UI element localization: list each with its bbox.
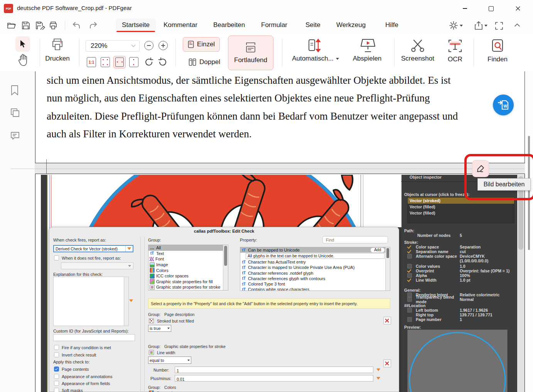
- group-item[interactable]: Font: [148, 256, 228, 262]
- object-item-selected[interactable]: Vector (stroked): [408, 198, 514, 204]
- orange-check-icon[interactable]: [407, 278, 412, 282]
- fire-any-checkbox[interactable]: [54, 345, 59, 350]
- rotate-ccw-button[interactable]: [158, 57, 168, 69]
- thumbnails-panel-button[interactable]: [10, 108, 20, 120]
- group-item-selected[interactable]: … All: [148, 245, 228, 251]
- cond1-remove-button[interactable]: [383, 317, 391, 324]
- zoom-out-button[interactable]: [144, 41, 153, 50]
- collapse-ribbon-button[interactable]: [514, 22, 521, 29]
- group-list-scrollbar[interactable]: [223, 245, 228, 290]
- select-tool-button[interactable]: [15, 36, 30, 52]
- not-fire-combo[interactable]: [61, 262, 133, 269]
- find-input[interactable]: [322, 236, 388, 243]
- soft-masks-checkbox[interactable]: [54, 388, 59, 392]
- continuous-button[interactable]: Fortlaufend: [228, 35, 273, 70]
- single-page-button[interactable]: Einzel: [183, 37, 220, 52]
- report-as-combo[interactable]: Derived Check for Vector (stroked): [53, 245, 133, 252]
- fit-width-button[interactable]: [113, 56, 126, 68]
- app-scrollbar-thumb[interactable]: [528, 136, 530, 250]
- open-button[interactable]: [7, 21, 16, 31]
- print-button[interactable]: Drucken: [42, 38, 73, 68]
- fullscreen-button[interactable]: [495, 22, 503, 32]
- property-item[interactable]: tTCharacter is mapped to Unicode Private…: [240, 265, 390, 270]
- checkbox-icon[interactable]: [407, 264, 412, 269]
- bookmarks-panel-button[interactable]: [10, 85, 19, 97]
- property-list-scrollbar[interactable]: [385, 247, 390, 291]
- custom-id-input[interactable]: [53, 334, 135, 341]
- property-item[interactable]: tTCharacter references .notdef glyph: [240, 270, 390, 276]
- zoom-in-button[interactable]: [159, 41, 168, 50]
- form-fields-checkbox[interactable]: [54, 381, 59, 386]
- tab-hilfe[interactable]: Hilfe: [385, 21, 398, 29]
- app-scrollbar[interactable]: [525, 71, 533, 392]
- splitter[interactable]: [144, 237, 145, 391]
- explanation-caret[interactable]: [129, 299, 133, 302]
- group-item[interactable]: Graphic state properties for fill: [148, 279, 228, 285]
- plusminus-caret[interactable]: [376, 377, 380, 380]
- share-button[interactable]: [474, 21, 487, 30]
- group-item[interactable]: ICC color spaces: [148, 273, 228, 279]
- property-item[interactable]: tTColored Type 3 font: [240, 281, 390, 287]
- group-item[interactable]: Colors: [148, 267, 228, 273]
- auto-scroll-button[interactable]: Automatisch...: [288, 38, 342, 68]
- explanation-textarea[interactable]: [53, 277, 129, 326]
- cond2-operator-combo[interactable]: equal to: [148, 357, 191, 364]
- redo-button[interactable]: [89, 21, 98, 31]
- inspector-scrollbar[interactable]: [517, 175, 525, 392]
- edit-image-button[interactable]: [472, 161, 489, 177]
- annotations-checkbox[interactable]: [54, 374, 59, 379]
- add-button[interactable]: Add: [371, 248, 385, 252]
- orange-check-icon[interactable]: [407, 249, 412, 254]
- not-fire-checkbox[interactable]: [54, 255, 59, 260]
- find-button[interactable]: Finden: [481, 39, 514, 68]
- save-button[interactable]: [22, 21, 30, 31]
- double-page-button[interactable]: Doppel: [185, 56, 224, 68]
- page-contents-checkbox[interactable]: [54, 367, 59, 372]
- minimize-button[interactable]: [456, 0, 474, 17]
- screenshot-button[interactable]: Screenshot: [400, 39, 436, 68]
- checkbox-icon[interactable]: [407, 308, 412, 313]
- number-caret[interactable]: [376, 368, 380, 371]
- tab-startseite[interactable]: Startseite: [116, 19, 156, 32]
- hand-tool-button[interactable]: [17, 54, 29, 69]
- checkbox-icon[interactable]: [407, 297, 412, 302]
- group-item[interactable]: Image: [148, 262, 228, 268]
- orange-check-icon[interactable]: [407, 245, 412, 249]
- tab-bearbeiten[interactable]: Bearbeiten: [213, 21, 245, 29]
- checkbox-icon[interactable]: [407, 292, 412, 297]
- ocr-button[interactable]: OCR: [442, 39, 468, 68]
- tab-formular[interactable]: Formular: [261, 21, 287, 29]
- export-word-fab[interactable]: W: [493, 95, 514, 115]
- scrollbar-thumb[interactable]: [224, 246, 227, 266]
- plusminus-field[interactable]: 0.01: [175, 375, 373, 382]
- checkbox-icon[interactable]: [407, 254, 412, 259]
- object-item[interactable]: Vector (filled): [408, 204, 514, 210]
- invert-checkbox[interactable]: [54, 352, 59, 357]
- property-item[interactable]: tTContains white space characters: [240, 287, 390, 291]
- tab-seite[interactable]: Seite: [305, 21, 320, 29]
- object-item[interactable]: Vector (filled): [408, 210, 514, 216]
- actual-size-button[interactable]: 1:1: [87, 57, 96, 67]
- number-field[interactable]: 1: [175, 367, 373, 373]
- fit-height-button[interactable]: [129, 57, 138, 67]
- cond1-operator-combo[interactable]: is true: [148, 325, 171, 332]
- tab-kommentar[interactable]: Kommentar: [164, 21, 197, 29]
- orange-check-icon[interactable]: [407, 269, 412, 273]
- cond2-remove-button[interactable]: [383, 360, 391, 367]
- fit-page-button[interactable]: [101, 57, 110, 67]
- quick-print-button[interactable]: [49, 21, 58, 31]
- comments-panel-button[interactable]: [10, 131, 20, 142]
- maximize-button[interactable]: [482, 0, 500, 17]
- property-item-selected[interactable]: tT Can be mapped to Unicode Add: [240, 247, 390, 253]
- tab-werkzeug[interactable]: Werkzeug: [336, 21, 366, 29]
- rotate-cw-button[interactable]: [144, 57, 154, 69]
- splitter[interactable]: [140, 237, 141, 391]
- scrollbar-thumb[interactable]: [386, 248, 389, 258]
- close-button[interactable]: [509, 0, 527, 17]
- checkbox-icon[interactable]: [407, 317, 412, 322]
- property-item[interactable]: tTCharacter references glyph with contou…: [240, 276, 390, 281]
- group-item[interactable]: Graphic state properties for stroke: [148, 284, 228, 290]
- play-button[interactable]: Abspielen: [349, 38, 385, 68]
- textarea-scrollbar[interactable]: [124, 277, 128, 326]
- property-item[interactable]: tTCharacter has ActualText entry: [240, 259, 390, 265]
